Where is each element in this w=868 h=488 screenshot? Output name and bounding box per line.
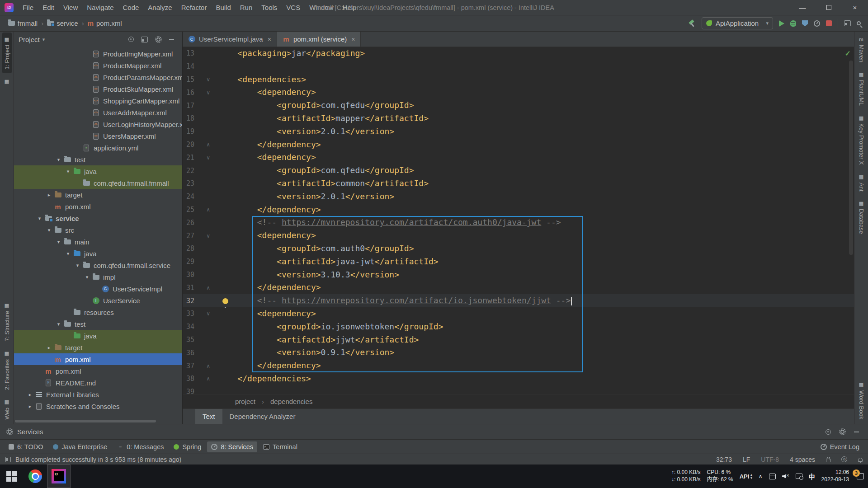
- tree-item-target[interactable]: ▸target: [14, 342, 182, 353]
- speaker-muted-icon[interactable]: [782, 474, 789, 479]
- gear-icon[interactable]: [840, 430, 844, 434]
- tree-item-productparamsmapper-xml[interactable]: <>ProductParamsMapper.xml: [14, 71, 182, 83]
- tree-item-useraddrmapper-xml[interactable]: <>UserAddrMapper.xml: [14, 107, 182, 118]
- editor-tab-pom-xml-service[interactable]: mpom.xml (service)×: [277, 32, 361, 47]
- coverage-button[interactable]: [802, 20, 808, 27]
- tree-item-com-qfedu-fmmall-fmmall[interactable]: com.qfedu.fmmall.fmmall: [14, 177, 182, 189]
- tree-item-userserviceimpl[interactable]: CUserServiceImpl: [14, 283, 182, 295]
- code-line-27[interactable]: 27∨ <dependency>: [183, 229, 854, 242]
- code-line-31[interactable]: 31∧ </dependency>: [183, 281, 854, 294]
- fold-marker-icon[interactable]: ∨: [194, 89, 214, 96]
- code-line-35[interactable]: 35 <artifactId>jjwt</artifactId>: [183, 333, 854, 347]
- code-line-36[interactable]: 36 <version>0.9.1</version>: [183, 346, 854, 359]
- tree-item-external-libraries[interactable]: ▸External Libraries: [14, 389, 182, 400]
- fold-marker-icon[interactable]: ∨: [194, 155, 214, 161]
- tree-item-target[interactable]: ▸target: [14, 189, 182, 201]
- bottom-tab-dependency-analyzer[interactable]: Dependency Analyzer: [222, 409, 303, 424]
- tree-item-pom-xml[interactable]: mpom.xml: [14, 353, 182, 365]
- toolwindow-8-services[interactable]: 8: Services: [207, 441, 257, 452]
- code-line-33[interactable]: 33∨ <dependency>: [183, 307, 854, 320]
- lock-icon[interactable]: [826, 459, 830, 462]
- code-line-26[interactable]: 26 <!-- https://mvnrepository.com/artifa…: [183, 216, 854, 229]
- caret-position[interactable]: 32:73: [716, 456, 732, 463]
- toolwindow-spring[interactable]: Spring: [170, 441, 205, 452]
- toolwindow-0-messages[interactable]: ≡0: Messages: [113, 441, 168, 452]
- api-tray-widget[interactable]: API ▴▾: [740, 473, 752, 480]
- network-status-icon[interactable]: [796, 474, 802, 479]
- code-line-28[interactable]: 28 <groupId>com.auth0</groupId>: [183, 242, 854, 255]
- inspection-status-icon[interactable]: ✓: [845, 49, 851, 58]
- notification-center-icon[interactable]: 3: [855, 473, 865, 479]
- code-line-13[interactable]: 13 <packaging>jar</packaging>: [183, 47, 854, 60]
- code-line-37[interactable]: 37∧ </dependency>: [183, 359, 854, 372]
- tool-windows-icon[interactable]: [844, 20, 851, 26]
- tree-item-pom-xml[interactable]: mpom.xml: [14, 201, 182, 212]
- code-editor[interactable]: 13 <packaging>jar</packaging>1415∨ <depe…: [183, 47, 854, 394]
- line-separator[interactable]: LF: [743, 456, 750, 463]
- fold-marker-icon[interactable]: ∧: [194, 285, 214, 291]
- stripe-item-commander[interactable]: ▦: [2, 75, 11, 89]
- code-line-34[interactable]: 34 <groupId>io.jsonwebtoken</groupId>: [183, 320, 854, 333]
- stripe-item-2-favorites[interactable]: ▦2: Favorites: [2, 347, 12, 394]
- menu-view[interactable]: View: [59, 1, 82, 14]
- breadcrumb-fmmall[interactable]: fmmall: [8, 19, 38, 27]
- code-line-24[interactable]: 24 <version>2.0.1</version>: [183, 190, 854, 203]
- maximize-button[interactable]: [816, 0, 842, 15]
- stop-button[interactable]: [826, 20, 832, 26]
- xml-breadcrumb-project[interactable]: project: [235, 398, 255, 405]
- tree-item-scratches-and-consoles[interactable]: ▸Scratches and Consoles: [14, 400, 182, 412]
- profiler-button[interactable]: [814, 20, 820, 27]
- debug-button[interactable]: [790, 20, 796, 27]
- tree-item-shoppingcartmapper-xml[interactable]: <>ShoppingCartMapper.xml: [14, 95, 182, 107]
- locate-file-icon[interactable]: [128, 37, 134, 42]
- menu-navigate[interactable]: Navigate: [82, 1, 118, 14]
- tree-item-userservice[interactable]: IUserService: [14, 295, 182, 306]
- stripe-item-web[interactable]: ▦Web: [2, 395, 12, 423]
- search-everywhere-icon[interactable]: [857, 21, 861, 25]
- fold-marker-icon[interactable]: ∨: [194, 233, 214, 239]
- breadcrumb-service[interactable]: service: [47, 19, 78, 27]
- code-line-25[interactable]: 25∧ </dependency>: [183, 203, 854, 216]
- hide-panel-icon[interactable]: [854, 432, 859, 432]
- fold-marker-icon[interactable]: ∨: [194, 76, 214, 83]
- tree-arrow-icon[interactable]: ▾: [54, 157, 63, 163]
- stripe-item-1-project[interactable]: ▦1: Project: [2, 33, 12, 73]
- gear-icon[interactable]: [156, 38, 160, 42]
- tree-item-service[interactable]: ▾service: [14, 212, 182, 224]
- indent-style[interactable]: 4 spaces: [790, 456, 815, 463]
- tree-item-java[interactable]: java: [14, 330, 182, 342]
- project-view-dropdown[interactable]: Project ▾: [19, 36, 45, 43]
- locate-icon[interactable]: [826, 429, 831, 435]
- tree-item-application-yml[interactable]: ≡application.yml: [14, 142, 182, 154]
- tree-item-usersmapper-xml[interactable]: <>UsersMapper.xml: [14, 130, 182, 142]
- stripe-item-word-book[interactable]: ▦Word Book: [857, 378, 866, 423]
- fold-marker-icon[interactable]: ∧: [194, 141, 214, 148]
- gradle-icon[interactable]: G: [841, 456, 847, 462]
- code-line-32[interactable]: 32 <!-- https://mvnrepository.com/artifa…: [183, 294, 854, 307]
- system-monitor-widget[interactable]: CPU: 6 % 内存: 62 %: [707, 469, 733, 483]
- code-line-18[interactable]: 18 <artifactId>mapper</artifactId>: [183, 112, 854, 125]
- collapse-all-icon[interactable]: [141, 37, 148, 42]
- code-line-15[interactable]: 15∨ <dependencies>: [183, 73, 854, 86]
- tree-item-productskumapper-xml[interactable]: <>ProductSkuMapper.xml: [14, 83, 182, 95]
- menu-edit[interactable]: Edit: [38, 1, 59, 14]
- toolwindow-java-enterprise[interactable]: Java Enterprise: [49, 441, 111, 452]
- menu-build[interactable]: Build: [211, 1, 235, 14]
- code-line-29[interactable]: 29 <artifactId>java-jwt</artifactId>: [183, 255, 854, 268]
- stripe-item-7-structure[interactable]: ▦7: Structure: [2, 299, 12, 345]
- ime-indicator[interactable]: 中: [809, 472, 815, 481]
- menu-vcs[interactable]: VCS: [282, 1, 305, 14]
- tree-item-productmapper-xml[interactable]: <>ProductMapper.xml: [14, 60, 182, 71]
- close-button[interactable]: ×: [842, 0, 868, 15]
- tree-item-pom-xml[interactable]: mpom.xml: [14, 365, 182, 377]
- tree-arrow-icon[interactable]: ▾: [54, 239, 63, 245]
- code-line-16[interactable]: 16∨ <dependency>: [183, 86, 854, 99]
- code-line-22[interactable]: 22 <groupId>com.qfedu</groupId>: [183, 164, 854, 177]
- taskbar-chrome-button[interactable]: [24, 465, 47, 488]
- tree-item-src[interactable]: ▾src: [14, 224, 182, 236]
- file-encoding[interactable]: UTF-8: [761, 456, 779, 463]
- tray-expand-icon[interactable]: ∧: [759, 473, 763, 479]
- tree-arrow-icon[interactable]: ▾: [35, 216, 44, 221]
- start-button[interactable]: [0, 465, 24, 488]
- tree-arrow-icon[interactable]: ▾: [64, 251, 72, 257]
